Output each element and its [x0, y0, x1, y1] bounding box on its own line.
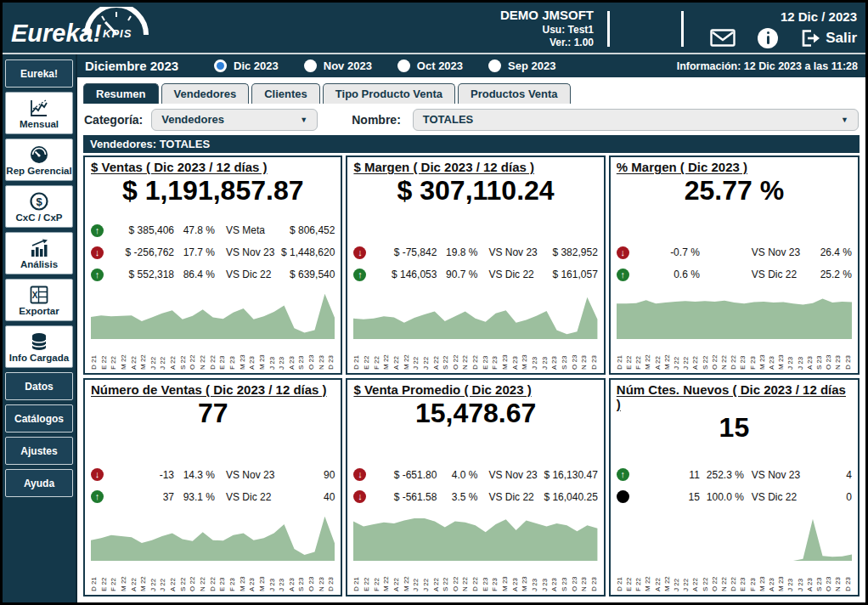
x-axis-label: F 23 [492, 563, 499, 591]
trend-chart: D 21E 22F 22M 22A 22M 22J 22J 22A 22S 22… [353, 510, 597, 592]
comparison-label: VS Nov 23 [222, 246, 281, 258]
reference-value: 0 [807, 491, 852, 503]
trend-sparkline [353, 288, 597, 339]
kpi-card-value: 15 [617, 412, 852, 444]
logout-button[interactable]: Salir [800, 29, 857, 48]
x-axis-label: D 22 [730, 341, 737, 370]
trend-sparkline [617, 288, 852, 339]
x-axis-label: A 23 [512, 341, 519, 370]
x-axis-label: A 23 [249, 341, 256, 370]
sidebar-item-analisis[interactable]: Análisis [5, 232, 73, 274]
reference-value: 90 [281, 469, 335, 481]
delta-value: -0.7 % [634, 246, 707, 258]
sidebar-item-info-cargada[interactable]: Info Cargada [5, 325, 73, 368]
x-axis-label: A 23 [289, 563, 296, 591]
x-axis-label: M 22 [140, 341, 147, 370]
month-radio-dic-2023[interactable]: Dic 2023 [214, 59, 279, 72]
delta-value: -13 [108, 469, 181, 481]
sidebar-item-exportar[interactable]: X Exportar [5, 279, 73, 321]
tab-productos-venta[interactable]: Productos Venta [458, 83, 571, 104]
company-info: DEMO JMSOFT Usu: Test1 Ver.: 1.00 [500, 7, 594, 50]
x-axis-label: F 22 [110, 563, 117, 591]
x-axis-label: N 23 [581, 341, 588, 370]
trend-down-icon: ↓ [353, 490, 366, 503]
x-axis-label: O 23 [826, 563, 832, 591]
sidebar-item-mensual[interactable]: Mensual [5, 92, 73, 134]
x-axis-label: A 23 [769, 341, 775, 370]
bar-chart-icon [29, 238, 49, 258]
tab-clientes[interactable]: Clientes [251, 83, 320, 104]
sidebar-item-cxc-cxp[interactable]: $ CxC / CxP [5, 185, 73, 228]
header-right: 12 Dic / 2023 Salir [697, 9, 857, 48]
sidebar-item-label: CxC / CxP [16, 212, 63, 223]
x-axis-label: J 22 [413, 563, 420, 591]
radio-icon [214, 59, 227, 72]
period-title: Diciembre 2023 [85, 59, 214, 73]
x-axis-label: J 23 [269, 341, 276, 370]
comparison-label: VS Nov 23 [484, 246, 544, 258]
x-axis-label: M 22 [403, 563, 410, 591]
app-window: Eureka! KPIS DEMO JMSOFT Usu: Test1 Ver.… [3, 3, 865, 602]
kpi-card-title: Núm Ctes. Nuevos ( Dic 2023 / 12 días ) [617, 382, 852, 411]
reference-value: 25.2 % [807, 269, 852, 280]
header: Eureka! KPIS DEMO JMSOFT Usu: Test1 Ver.… [3, 3, 865, 53]
kpi-cards-grid: $ Ventas ( Dic 2023 / 12 días ) $ 1,191,… [83, 155, 860, 597]
chevron-down-icon [300, 116, 307, 124]
sidebar-item-ayuda[interactable]: Ayuda [5, 469, 73, 497]
tab-tipo-producto-venta[interactable]: Tipo Producto Venta [323, 83, 455, 104]
kpi-card-value: 15,478.67 [353, 398, 597, 429]
delta-percent: 17.7 % [181, 246, 222, 258]
mail-icon[interactable] [710, 29, 736, 47]
month-radio-oct-2023[interactable]: Oct 2023 [397, 59, 463, 72]
sidebar: Eureka! Mensual Rep Gerencial [3, 54, 77, 602]
delta-percent: 47.8 % [181, 224, 222, 236]
x-axis-label: M 23 [521, 563, 528, 591]
category-select[interactable]: Vendedores [151, 109, 318, 131]
category-label: Categoría: [84, 113, 143, 127]
x-axis-label: J 22 [160, 341, 166, 370]
x-axis-label: J 22 [674, 563, 680, 591]
x-axis-label: M 23 [240, 341, 246, 370]
x-axis-label: S 22 [442, 563, 449, 591]
x-axis-label: A 22 [131, 341, 138, 370]
delta-percent: 90.7 % [443, 269, 484, 280]
x-axis-label: D 23 [591, 341, 598, 370]
delta-percent: 19.8 % [443, 246, 484, 258]
x-axis-label: N 23 [581, 563, 588, 591]
x-axis-label: N 22 [200, 341, 206, 370]
reference-value: $ 161,057 [544, 269, 597, 280]
info-icon[interactable] [758, 28, 778, 48]
sidebar-item-datos[interactable]: Datos [5, 372, 73, 400]
x-axis-label: E 23 [219, 563, 226, 591]
x-axis-label: E 23 [219, 341, 226, 370]
x-axis-label: J 22 [674, 341, 680, 370]
name-select[interactable]: TOTALES [413, 109, 859, 131]
company-name: DEMO JMSOFT [500, 7, 594, 24]
month-radio-sep-2023[interactable]: Sep 2023 [488, 59, 555, 72]
sidebar-item-eureka[interactable]: Eureka! [5, 59, 73, 88]
x-axis-label: J 22 [683, 563, 690, 591]
sidebar-item-label: Análisis [20, 259, 58, 269]
month-radio-nov-2023[interactable]: Nov 2023 [304, 59, 372, 72]
sidebar-item-label: Catálogos [14, 413, 64, 425]
x-axis-labels: D 21E 22F 22M 22A 22M 22J 22J 22A 22S 22… [91, 561, 335, 592]
kpi-card-title: $ Venta Promedio ( Dic 2023 ) [353, 382, 597, 397]
x-axis-label: A 22 [170, 341, 177, 370]
kpi-comparison-rows: ↓ -13 14.3 % VS Nov 23 90 ↑ 37 93.1 % VS… [91, 429, 335, 511]
sidebar-item-ajustes[interactable]: Ajustes [5, 437, 73, 465]
kpi-comparison-row: ↓ $ -561.58 3.5 % VS Dic 22 $ 16,040.25 [353, 490, 597, 503]
sidebar-item-catalogos[interactable]: Catálogos [5, 404, 73, 433]
x-axis-label: J 22 [423, 341, 430, 370]
x-axis-label: O 23 [308, 563, 315, 591]
tab-vendedores[interactable]: Vendedores [161, 83, 250, 104]
x-axis-label: O 22 [189, 341, 196, 370]
x-axis-label: F 23 [750, 341, 757, 370]
tab-resumen[interactable]: Resumen [83, 83, 159, 104]
sidebar-item-rep-gerencial[interactable]: Rep Gerencial [5, 139, 73, 181]
sidebar-item-label: Ayuda [24, 478, 54, 489]
kpi-comparison-rows: ↑ 11 252.3 % VS Nov 23 4 15 100.0 % VS D… [617, 444, 852, 511]
x-axis-labels: D 21E 22F 22M 22A 22M 22J 22J 22A 22S 22… [91, 339, 335, 370]
kpi-comparison-rows: ↓ -0.7 % VS Nov 23 26.4 % ↑ 0.6 % VS Dic… [617, 206, 852, 288]
trend-chart: D 21E 22F 22M 22A 22M 22J 22J 22A 22S 22… [353, 288, 597, 370]
x-axis-label: J 23 [787, 341, 794, 370]
